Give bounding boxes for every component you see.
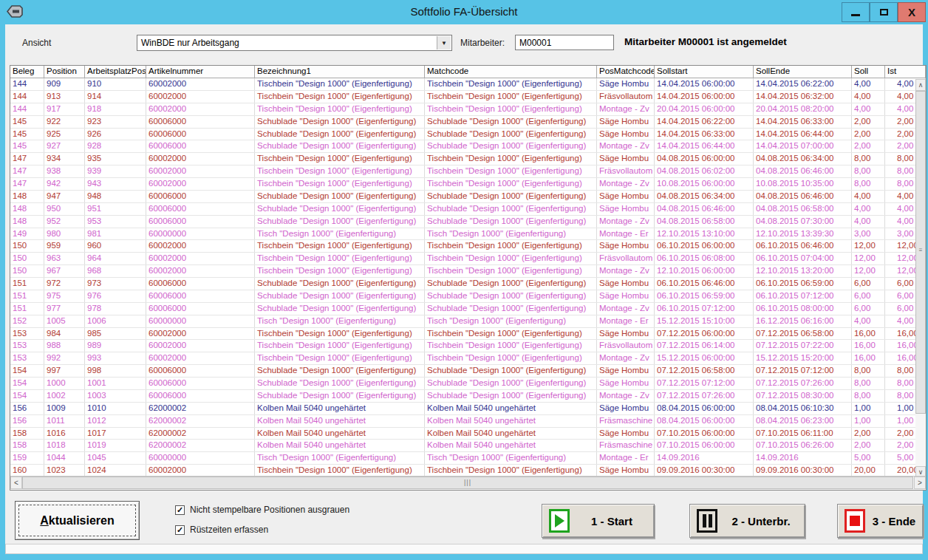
- cell-soll: 16,00: [852, 328, 885, 340]
- cell-position: 927: [44, 140, 85, 152]
- table-row[interactable]: 15398898960002000Tischbein "Design 1000"…: [10, 340, 926, 352]
- cell-sollende: 12.10.2015 13:39:30: [754, 228, 852, 240]
- cell-sollstart: 08.04.2015 06:00:00: [655, 403, 754, 414]
- table-row[interactable]: 15499799860006000Schublade "Design 1000"…: [10, 365, 926, 378]
- cell-beleg: 160: [10, 465, 44, 477]
- grayout-checkbox[interactable]: ✓: [175, 505, 185, 515]
- column-header-soll[interactable]: Soll: [852, 66, 885, 78]
- close-button[interactable]: X: [898, 2, 926, 22]
- table-row[interactable]: 15095996060002000Tischbein "Design 1000"…: [10, 240, 926, 253]
- cell-position: 1009: [44, 403, 85, 414]
- cell-sollende: 07.12.2015 07:26:00: [754, 378, 852, 389]
- cell-artikelnummer: 60002000: [146, 465, 255, 477]
- column-header-posmatchcode[interactable]: PosMatchcode: [597, 66, 655, 78]
- setuptime-checkbox[interactable]: ✓: [175, 525, 185, 535]
- scroll-right-icon[interactable]: >: [914, 477, 926, 489]
- table-row[interactable]: 14794294360002000Tischbein "Design 1000"…: [10, 178, 926, 191]
- column-header-sollstart[interactable]: Sollstart: [655, 66, 754, 78]
- cell-posmatchcode: Säge Hombu: [597, 378, 655, 389]
- table-row[interactable]: 1561011101262000002Kolben Mail 5040 unge…: [10, 415, 926, 428]
- column-header-position[interactable]: Position: [44, 66, 85, 78]
- cell-matchcode: Tischbein "Design 1000" (Eigenfertigung): [425, 340, 597, 352]
- column-header-bezeichnung1[interactable]: Bezeichnung1: [255, 66, 425, 78]
- start-button[interactable]: 1 - Start: [542, 504, 655, 538]
- table-row[interactable]: 14491391460002000Tischbein "Design 1000"…: [10, 91, 926, 103]
- cell-beleg: 151: [10, 290, 44, 302]
- table-row[interactable]: 15096796860002000Tischbein "Design 1000"…: [10, 265, 926, 278]
- column-header-matchcode[interactable]: Matchcode: [425, 66, 597, 78]
- table-row[interactable]: 14895295360006000Schublade "Design 1000"…: [10, 216, 926, 228]
- app-window: Softfolio FA-Übersicht X Ansicht WinBDE …: [0, 0, 928, 560]
- table-row[interactable]: 1541000100160006000Schublade "Design 100…: [10, 378, 926, 390]
- cell-matchcode: Kolben Mail 5040 ungehärtet: [425, 440, 597, 451]
- table-row[interactable]: 14490991060002000Tischbein "Design 1000"…: [10, 78, 926, 91]
- cell-soll: 5,00: [852, 452, 885, 464]
- cell-soll: 4,00: [852, 216, 885, 228]
- cell-matchcode: Schublade "Design 1000" (Eigenfertigung): [425, 116, 597, 128]
- table-row[interactable]: 1581018101962000002Kolben Mail 5040 unge…: [10, 440, 926, 452]
- cell-sollstart: 14.04.2015 06:44:00: [655, 140, 754, 152]
- column-header-sollende[interactable]: SollEnde: [754, 66, 852, 78]
- column-header-ist[interactable]: Ist: [885, 66, 926, 78]
- table-row[interactable]: 14793493560002000Tischbein "Design 1000"…: [10, 153, 926, 165]
- scroll-left-icon[interactable]: <: [10, 477, 22, 489]
- cell-matchcode: Tischbein "Design 1000" (Eigenfertigung): [425, 103, 597, 115]
- employee-input[interactable]: M00001: [515, 35, 614, 50]
- cell-sollende: 14.04.2015 06:32:00: [754, 91, 852, 103]
- table-row[interactable]: 14592592660006000Schublade "Design 1000"…: [10, 129, 926, 141]
- table-row[interactable]: 14894794860006000Schublade "Design 1000"…: [10, 191, 926, 203]
- table-row[interactable]: 15197597660006000Schublade "Design 1000"…: [10, 290, 926, 303]
- scroll-up-icon[interactable]: ∧: [915, 79, 926, 91]
- table-row[interactable]: 14998098160000000Tisch "Design 1000" (Ei…: [10, 228, 926, 241]
- table-row[interactable]: 15197797860006000Schublade "Design 1000"…: [10, 303, 926, 315]
- cell-bezeichnung1: Schublade "Design 1000" (Eigenfertigung): [255, 191, 425, 202]
- cell-sollstart: 06.10.2015 06:00:00: [655, 240, 754, 252]
- cell-position: 1000: [44, 378, 85, 389]
- column-header-artikelnummer[interactable]: Artikelnummer: [146, 66, 255, 78]
- vertical-scrollbar[interactable]: ∧ ≡ ∨: [915, 79, 926, 478]
- cell-position: 988: [44, 340, 85, 352]
- cell-bezeichnung1: Tisch "Design 1000" (Eigenfertigung): [255, 228, 425, 240]
- cell-posmatchcode: Säge Hombu: [597, 465, 655, 477]
- cell-beleg: 144: [10, 78, 44, 90]
- table-row[interactable]: 1541002100360006000Schublade "Design 100…: [10, 390, 926, 403]
- column-header-beleg[interactable]: Beleg: [10, 66, 44, 78]
- cell-soll: 4,00: [852, 315, 885, 327]
- horizontal-scrollbar-thumb[interactable]: |||: [22, 477, 913, 489]
- table-row[interactable]: 15398498560002000Tischbein "Design 1000"…: [10, 328, 926, 341]
- cell-sollende: 07.12.2015 06:58:00: [754, 328, 852, 340]
- table-row[interactable]: 15399299360002000Tischbein "Design 1000"…: [10, 352, 926, 365]
- table-row[interactable]: 14592792860006000Schublade "Design 1000"…: [10, 140, 926, 153]
- cell-matchcode: Tischbein "Design 1000" (Eigenfertigung): [425, 328, 597, 340]
- minimize-button[interactable]: [842, 2, 870, 22]
- table-row[interactable]: 14793893960002000Tischbein "Design 1000"…: [10, 165, 926, 178]
- table-row[interactable]: 1521005100660000000Tisch "Design 1000" (…: [10, 315, 926, 328]
- interrupt-button[interactable]: 2 - Unterbr.: [689, 504, 805, 538]
- chevron-down-icon[interactable]: ▼: [437, 36, 451, 49]
- cell-position: 992: [44, 352, 85, 364]
- table-row[interactable]: 14491791860002000Tischbein "Design 1000"…: [10, 103, 926, 116]
- cell-artikelnummer: 60002000: [146, 352, 255, 364]
- cell-soll: 8,00: [852, 153, 885, 165]
- table-row[interactable]: 15197297360006000Schublade "Design 1000"…: [10, 278, 926, 290]
- refresh-button[interactable]: Aktualisieren: [15, 501, 140, 540]
- table-row[interactable]: 15096396460002000Tischbein "Design 1000"…: [10, 253, 926, 265]
- cell-arbeitsplatzpos: 968: [85, 265, 146, 277]
- table-row[interactable]: 14592292360006000Schublade "Design 1000"…: [10, 116, 926, 129]
- cell-position: 925: [44, 129, 85, 140]
- table-row[interactable]: 14895095160006000Schublade "Design 1000"…: [10, 203, 926, 216]
- table-row[interactable]: 1591044104560000000Tisch "Design 1000" (…: [10, 452, 926, 465]
- view-dropdown[interactable]: WinBDE nur Arbeitsgang ▼: [137, 35, 452, 51]
- table-row[interactable]: 1581016101762000002Kolben Mail 5040 unge…: [10, 428, 926, 440]
- end-button[interactable]: 3 - Ende: [837, 504, 924, 538]
- horizontal-scrollbar[interactable]: < ||| >: [10, 476, 926, 490]
- cell-bezeichnung1: Schublade "Design 1000" (Eigenfertigung): [255, 278, 425, 290]
- vertical-scrollbar-thumb[interactable]: ≡: [915, 91, 926, 414]
- cell-sollstart: 09.09.2016 00:30:00: [655, 465, 754, 477]
- column-header-arbeitsplatzpos[interactable]: ArbeitsplatzPos: [85, 66, 146, 78]
- table-row[interactable]: 1561009101062000002Kolben Mail 5040 unge…: [10, 403, 926, 415]
- cell-artikelnummer: 60006000: [146, 303, 255, 315]
- cell-arbeitsplatzpos: 953: [85, 216, 146, 228]
- cell-sollstart: 07.12.2015 07:12:00: [655, 378, 754, 389]
- maximize-button[interactable]: [870, 2, 898, 22]
